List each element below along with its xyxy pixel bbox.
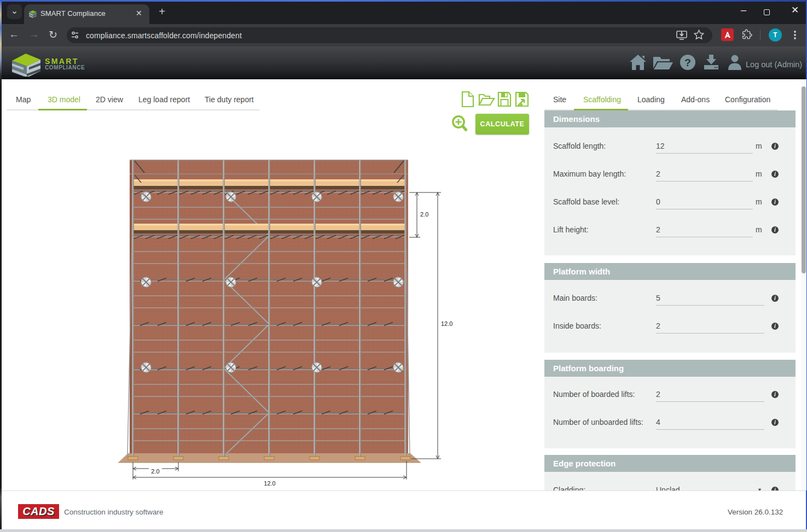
- svg-text:12.0: 12.0: [441, 320, 452, 327]
- svg-text:?: ?: [684, 57, 691, 68]
- svg-text:2.0: 2.0: [151, 468, 159, 475]
- svg-text:12.0: 12.0: [264, 480, 275, 487]
- svg-text:2.0: 2.0: [420, 211, 428, 218]
